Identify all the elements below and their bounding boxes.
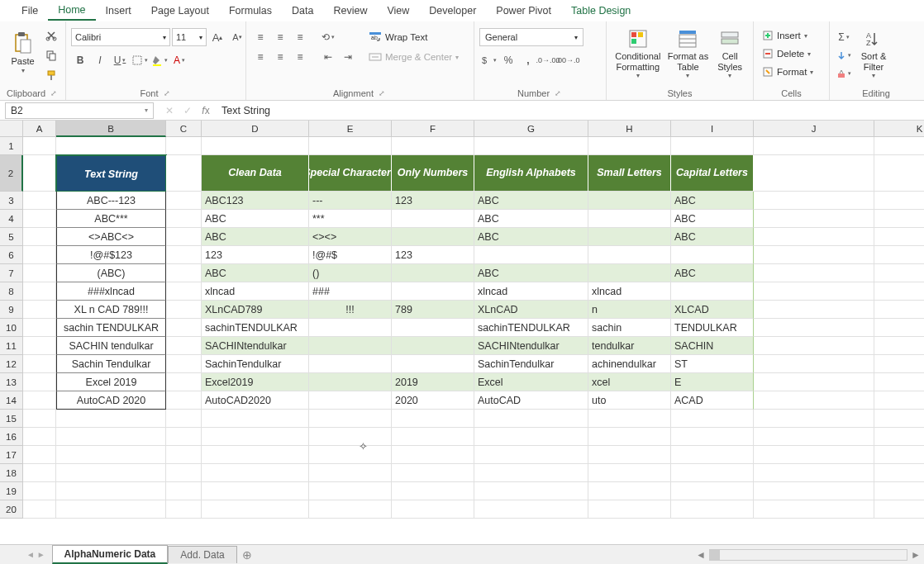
cell[interactable]: ###xlncad	[56, 282, 166, 301]
cell[interactable]	[166, 264, 202, 282]
cell[interactable]: sachin	[588, 319, 671, 337]
cell[interactable]	[166, 137, 202, 155]
cell[interactable]	[166, 228, 202, 246]
horizontal-scrollbar[interactable]: ◄ ►	[693, 549, 924, 561]
cell[interactable]	[588, 264, 671, 282]
percent-button[interactable]: %	[499, 51, 517, 69]
cell[interactable]	[754, 264, 874, 282]
row-header[interactable]: 8	[0, 282, 23, 301]
copy-button[interactable]	[42, 46, 60, 64]
cell[interactable]	[23, 373, 56, 391]
cell[interactable]	[309, 137, 392, 155]
row-header[interactable]: 3	[0, 192, 23, 210]
col-header-j[interactable]: J	[754, 121, 874, 137]
col-header-e[interactable]: E	[309, 121, 392, 137]
accounting-button[interactable]: $	[479, 51, 498, 69]
cell-grid[interactable]: Text StringClean DataSpecial CharactersO…	[23, 137, 924, 519]
cell[interactable]	[754, 301, 874, 319]
cell[interactable]	[754, 246, 874, 264]
cell[interactable]	[166, 246, 202, 264]
cell[interactable]	[56, 446, 166, 464]
clipboard-launcher[interactable]: ⤢	[49, 89, 59, 97]
cell[interactable]	[588, 446, 671, 464]
cell[interactable]	[474, 246, 588, 264]
sort-filter-button[interactable]: AZ Sort & Filter▾	[855, 25, 893, 83]
cell[interactable]	[754, 391, 874, 410]
col-header-c[interactable]: C	[166, 121, 202, 137]
col-header-d[interactable]: D	[202, 121, 309, 137]
cell[interactable]: ACAD	[671, 391, 754, 410]
borders-button[interactable]	[131, 51, 149, 69]
cell[interactable]	[588, 428, 671, 446]
clear-button[interactable]	[835, 64, 853, 83]
cell[interactable]: Special Characters	[309, 155, 392, 192]
cell[interactable]	[588, 464, 671, 482]
cell[interactable]	[392, 228, 474, 246]
align-bottom-button[interactable]: ≡	[291, 28, 309, 46]
cell[interactable]	[874, 192, 924, 210]
paste-button[interactable]: Paste ▾	[5, 25, 40, 83]
cell[interactable]	[754, 482, 874, 500]
cell[interactable]: Excel2019	[202, 373, 309, 391]
cell[interactable]: XLCAD	[671, 301, 754, 319]
cell[interactable]	[23, 155, 56, 192]
cell[interactable]	[23, 337, 56, 355]
comma-button[interactable]: ,	[519, 51, 537, 69]
cell[interactable]	[56, 464, 166, 482]
cell[interactable]	[874, 482, 924, 500]
insert-button[interactable]: Insert▾	[759, 26, 817, 45]
col-header-k[interactable]: K	[874, 121, 924, 137]
bold-button[interactable]: B	[71, 51, 89, 69]
cell[interactable]	[474, 464, 588, 482]
cell[interactable]	[166, 192, 202, 210]
number-format-select[interactable]: General▾	[479, 28, 583, 46]
cell[interactable]: sachinTENDULKAR	[474, 319, 588, 337]
cell[interactable]	[309, 500, 392, 519]
autosum-button[interactable]: Σ	[835, 28, 853, 46]
cell[interactable]	[309, 373, 392, 391]
row-header[interactable]: 5	[0, 228, 23, 246]
cell[interactable]: XLnCAD	[474, 301, 588, 319]
cell[interactable]: XLnCAD789	[202, 301, 309, 319]
cell[interactable]	[671, 482, 754, 500]
cell[interactable]	[166, 410, 202, 428]
cell[interactable]	[874, 391, 924, 410]
tab-developer[interactable]: Developer	[419, 2, 486, 20]
tab-formulas[interactable]: Formulas	[219, 2, 282, 20]
cell[interactable]: AutoCAD2020	[202, 391, 309, 410]
cell[interactable]	[166, 210, 202, 228]
cell[interactable]	[392, 410, 474, 428]
font-color-button[interactable]: A	[170, 51, 188, 69]
cell[interactable]	[874, 137, 924, 155]
cell[interactable]: n	[588, 301, 671, 319]
cell[interactable]	[23, 391, 56, 410]
cell[interactable]	[309, 337, 392, 355]
cell[interactable]	[671, 428, 754, 446]
cell[interactable]: xlncad	[474, 282, 588, 301]
cell[interactable]	[309, 446, 392, 464]
cell[interactable]: SACHIN	[671, 337, 754, 355]
col-header-g[interactable]: G	[474, 121, 588, 137]
cell[interactable]: ABC	[202, 264, 309, 282]
cell[interactable]	[874, 264, 924, 282]
cell[interactable]	[166, 482, 202, 500]
cell[interactable]: SACHINtendulkar	[202, 337, 309, 355]
cell[interactable]	[23, 319, 56, 337]
cell[interactable]	[588, 137, 671, 155]
cell[interactable]: ABC	[474, 192, 588, 210]
increase-indent-button[interactable]: ⇥	[339, 48, 357, 66]
cell[interactable]	[202, 446, 309, 464]
row-header[interactable]: 16	[0, 428, 23, 446]
cut-button[interactable]	[42, 26, 60, 45]
wrap-text-button[interactable]: ab Wrap Text	[364, 28, 464, 46]
cell[interactable]	[56, 410, 166, 428]
cell[interactable]	[874, 337, 924, 355]
cell[interactable]: tendulkar	[588, 337, 671, 355]
cell[interactable]	[166, 319, 202, 337]
cell[interactable]: xlncad	[588, 282, 671, 301]
cell[interactable]	[754, 500, 874, 519]
cell[interactable]	[588, 228, 671, 246]
cell[interactable]	[754, 210, 874, 228]
cell[interactable]	[166, 301, 202, 319]
cell[interactable]	[754, 355, 874, 373]
